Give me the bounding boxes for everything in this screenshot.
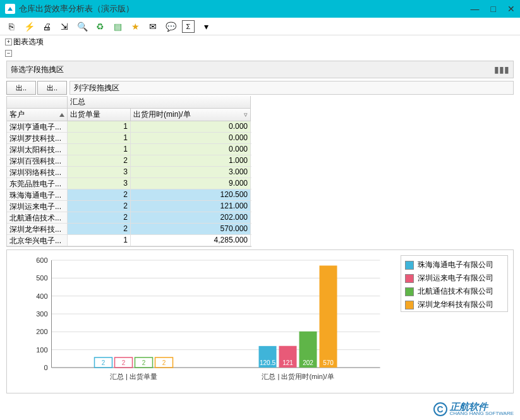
cell-time: 0.000 [131, 133, 251, 143]
filter-field-zone[interactable]: 筛选字段拖拽区 ▮▮▮ [6, 61, 514, 78]
cell-customer: 深圳罗技科技... [7, 133, 68, 143]
svg-text:400: 400 [36, 292, 47, 300]
svg-text:汇总 | 出货单量: 汇总 | 出货单量 [110, 373, 157, 380]
maximize-button[interactable]: □ [491, 4, 496, 14]
dropdown-icon[interactable]: ▾ [200, 20, 212, 33]
table-row[interactable]: 北航通信技术...2202.000 [7, 212, 251, 224]
toolbar: ⎘ ⚡ 🖨 ⇲ 🔍 ♻ ▤ ★ ✉ 💬 Σ ▾ [0, 18, 520, 35]
sum-icon[interactable]: Σ [182, 20, 195, 33]
titlebar: 仓库出货效率分析表（演示版） — □ ✕ [0, 0, 520, 18]
svg-text:200: 200 [36, 328, 47, 335]
print-icon[interactable]: 🖨 [40, 20, 53, 33]
tree-chart-options[interactable]: + 图表选项 [0, 35, 520, 49]
minimize-button[interactable]: — [471, 4, 480, 14]
filter-icon[interactable]: ▿ [244, 111, 248, 119]
svg-text:2: 2 [142, 359, 146, 366]
window-title: 仓库出货效率分析表（演示版） [19, 3, 471, 15]
cell-qty: 2 [68, 189, 131, 200]
cell-qty: 1 [68, 121, 131, 132]
svg-text:0: 0 [44, 364, 47, 371]
cell-time: 570.000 [131, 224, 251, 234]
svg-text:202: 202 [303, 359, 313, 366]
column-field-zone[interactable]: 列字段拖拽区 [70, 81, 514, 95]
document-icon[interactable]: ▤ [111, 20, 124, 33]
legend-item[interactable]: 深圳龙华科技有限公司 [405, 299, 504, 310]
collapse-icon[interactable]: − [5, 50, 12, 57]
cell-time: 4,285.000 [131, 235, 251, 246]
legend-label: 深圳龙华科技有限公司 [418, 299, 493, 310]
cell-time: 0.000 [131, 121, 251, 132]
row-field-button-1[interactable]: 出.. [6, 81, 36, 95]
comment-icon[interactable]: 💬 [164, 20, 177, 33]
svg-text:汇总 | 出货用时(min)/单: 汇总 | 出货用时(min)/单 [262, 373, 334, 380]
table-row[interactable]: 东莞品胜电子...39.000 [7, 178, 251, 189]
cell-time: 9.000 [131, 178, 251, 189]
table-row[interactable]: 深圳龙华科技...2570.000 [7, 224, 251, 235]
table-row[interactable]: 深圳罗技科技...10.000 [7, 133, 251, 144]
refresh-icon[interactable]: ⚡ [23, 20, 35, 33]
legend-item[interactable]: 北航通信技术有限公司 [405, 286, 504, 297]
svg-text:2: 2 [162, 359, 166, 366]
cell-customer: 深圳亨通电子... [7, 121, 68, 132]
find-icon[interactable]: 🔍 [76, 20, 88, 33]
cell-time: 120.500 [131, 189, 251, 200]
column-header-time[interactable]: 出货用时(min)/单 ▿ [131, 109, 251, 121]
cell-customer: 东莞品胜电子... [7, 178, 68, 189]
svg-text:500: 500 [36, 274, 47, 282]
row-field-button-2[interactable]: 出.. [37, 81, 67, 95]
cell-customer: 深圳运来电子... [7, 201, 68, 212]
favorite-icon[interactable]: ★ [129, 20, 142, 33]
watermark-subtext: CHANG HANG SOFTWARE [450, 411, 514, 416]
table-row[interactable]: 深圳运来电子...2121.000 [7, 201, 251, 212]
header-customer-label: 客户 [9, 109, 25, 120]
svg-text:600: 600 [36, 256, 47, 264]
legend-swatch [405, 301, 414, 309]
header-qty-label: 出货单量 [70, 109, 100, 120]
legend-label: 北航通信技术有限公司 [418, 286, 493, 297]
recycle-icon[interactable]: ♻ [94, 20, 106, 33]
cell-customer: 北京华兴电子... [7, 235, 68, 246]
tree-collapse[interactable]: − [0, 49, 520, 58]
column-zone-label: 列字段拖拽区 [74, 83, 119, 93]
filter-config-icon[interactable]: ▮▮▮ [494, 64, 509, 75]
legend-item[interactable]: 深圳运来电子有限公司 [405, 273, 504, 284]
cell-time: 202.000 [131, 212, 251, 223]
svg-text:121: 121 [282, 359, 293, 366]
svg-text:100: 100 [36, 346, 47, 354]
export-icon[interactable]: ⇲ [58, 20, 71, 33]
copy-icon[interactable]: ⎘ [5, 20, 18, 33]
cell-customer: 深圳百强科技... [7, 155, 68, 166]
cell-qty: 2 [68, 224, 131, 234]
table-row[interactable]: 深圳太阳科技...10.000 [7, 144, 251, 155]
table-row[interactable]: 珠海海通电子...2120.500 [7, 189, 251, 201]
row-field-buttons: 出.. 出.. [6, 81, 67, 95]
close-button[interactable]: ✕ [507, 4, 515, 14]
column-header-qty[interactable]: 出货单量 [68, 109, 131, 121]
cell-customer: 深圳太阳科技... [7, 144, 68, 155]
sort-asc-icon[interactable] [59, 113, 64, 117]
grid-body: 深圳亨通电子...10.000深圳罗技科技...10.000深圳太阳科技...1… [6, 121, 251, 247]
svg-text:300: 300 [36, 310, 47, 318]
table-row[interactable]: 北京华兴电子...14,285.000 [7, 235, 251, 246]
watermark: C 正航软件 CHANG HANG SOFTWARE [433, 402, 514, 416]
cell-customer: 北航通信技术... [7, 212, 68, 223]
column-header-customer[interactable]: 客户 [6, 109, 68, 121]
cell-qty: 2 [68, 212, 131, 223]
table-row[interactable]: 深圳百强科技...21.000 [7, 155, 251, 167]
watermark-logo: C [433, 402, 447, 416]
table-row[interactable]: 深圳亨通电子...10.000 [7, 121, 251, 133]
svg-text:570: 570 [323, 359, 334, 366]
legend-item[interactable]: 珠海海通电子有限公司 [405, 260, 504, 270]
svg-text:120.5: 120.5 [260, 359, 275, 366]
app-icon [5, 4, 15, 14]
svg-text:2: 2 [102, 359, 106, 366]
cell-qty: 1 [68, 133, 131, 143]
mail-icon[interactable]: ✉ [147, 20, 159, 33]
table-row[interactable]: 深圳羽络科技...33.000 [7, 167, 251, 178]
cell-customer: 深圳龙华科技... [7, 224, 68, 234]
column-header-total[interactable]: 汇总 [68, 96, 251, 108]
expand-icon[interactable]: + [5, 39, 12, 45]
filter-zone-label: 筛选字段拖拽区 [11, 64, 64, 75]
cell-qty: 1 [68, 144, 131, 155]
svg-rect-31 [320, 266, 337, 368]
